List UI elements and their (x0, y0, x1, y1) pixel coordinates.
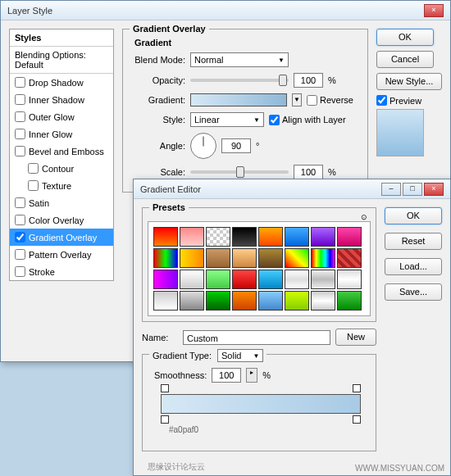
angle-value[interactable]: 90 (221, 138, 251, 153)
style-checkbox[interactable] (28, 163, 39, 174)
style-checkbox[interactable] (15, 249, 25, 260)
new-button[interactable]: New (335, 329, 376, 346)
smoothness-value[interactable]: 100 (212, 368, 241, 383)
maximize-icon[interactable]: □ (403, 183, 422, 196)
preset-swatch[interactable] (258, 270, 283, 289)
gradient-type-fieldset: Gradient Type: Solid▼ Smoothness: 100 ▸ … (142, 354, 376, 451)
close-icon[interactable]: × (424, 4, 444, 17)
style-item[interactable]: Texture (10, 177, 113, 194)
blending-options[interactable]: Blending Options: Default (10, 47, 113, 74)
preset-swatch[interactable] (180, 248, 204, 268)
gradient-swatch[interactable] (190, 93, 287, 107)
style-checkbox[interactable] (15, 197, 25, 208)
style-checkbox[interactable] (15, 146, 25, 156)
style-checkbox[interactable] (15, 77, 25, 88)
preset-swatch[interactable] (180, 227, 204, 247)
style-item[interactable]: Stroke (10, 263, 113, 280)
preset-swatch[interactable] (285, 291, 309, 311)
preset-swatch[interactable] (153, 248, 178, 268)
preset-swatch[interactable] (285, 270, 309, 289)
style-item[interactable]: Bevel and Emboss (10, 143, 113, 160)
preset-swatch[interactable] (285, 248, 309, 268)
preset-swatch[interactable] (206, 248, 230, 268)
style-checkbox[interactable] (15, 94, 25, 105)
preset-swatch[interactable] (337, 291, 362, 311)
style-item[interactable]: Gradient Overlay (10, 229, 113, 246)
angle-wheel[interactable] (190, 133, 216, 159)
preset-swatch[interactable] (337, 248, 362, 268)
preset-swatch[interactable] (232, 291, 257, 311)
preset-swatch[interactable] (311, 248, 335, 268)
new-style-button[interactable]: New Style... (376, 73, 442, 90)
style-item[interactable]: Drop Shadow (10, 74, 113, 91)
preset-swatch[interactable] (311, 270, 335, 289)
angle-label: Angle: (134, 141, 185, 151)
preset-swatch[interactable] (311, 227, 335, 247)
preset-swatch[interactable] (285, 227, 309, 247)
style-dropdown[interactable]: Linear▼ (190, 112, 264, 127)
style-item[interactable]: Contour (10, 160, 113, 177)
color-stop[interactable] (353, 415, 361, 424)
preset-swatch[interactable] (232, 270, 257, 289)
blend-mode-dropdown[interactable]: Normal▼ (190, 52, 289, 67)
smoothness-spinner[interactable]: ▸ (246, 368, 257, 383)
gradient-overlay-fieldset: Gradient Overlay Gradient Blend Mode: No… (122, 29, 368, 193)
gradient-dropdown-icon[interactable]: ▼ (292, 93, 302, 107)
style-checkbox[interactable] (15, 215, 25, 225)
load-button[interactable]: Load... (385, 258, 442, 275)
align-checkbox[interactable]: Align with Layer (269, 115, 346, 125)
style-item[interactable]: Inner Glow (10, 125, 113, 143)
preset-swatch[interactable] (311, 291, 335, 311)
preset-swatch[interactable] (180, 291, 204, 311)
preset-swatch[interactable] (232, 248, 257, 268)
opacity-value[interactable]: 100 (294, 73, 323, 88)
preset-swatch[interactable] (153, 270, 178, 289)
opacity-stop[interactable] (353, 384, 361, 392)
style-checkbox[interactable] (15, 111, 25, 122)
styles-panel: Styles Blending Options: Default Drop Sh… (9, 29, 114, 281)
preset-swatch[interactable] (180, 270, 204, 289)
style-checkbox[interactable] (28, 180, 39, 191)
ok-button[interactable]: OK (385, 207, 442, 224)
preset-swatch[interactable] (153, 227, 178, 247)
reverse-checkbox[interactable]: Reverse (307, 95, 353, 106)
scale-slider[interactable] (190, 170, 289, 174)
gradient-bar[interactable] (161, 394, 361, 414)
editor-body: Presets ⊙ Name: Custom New Gradient Type… (134, 199, 450, 466)
opacity-stop[interactable] (161, 384, 169, 392)
minimize-icon[interactable]: – (381, 183, 401, 196)
preset-swatch[interactable] (258, 248, 283, 268)
scale-value[interactable]: 100 (294, 165, 323, 179)
preset-swatch[interactable] (258, 227, 283, 247)
style-item[interactable]: Inner Shadow (10, 91, 113, 108)
style-checkbox[interactable] (15, 232, 25, 243)
style-item[interactable]: Pattern Overlay (10, 246, 113, 263)
style-item[interactable]: Outer Glow (10, 108, 113, 125)
style-item[interactable]: Satin (10, 194, 113, 211)
save-button[interactable]: Save... (385, 283, 442, 301)
close-icon[interactable]: × (424, 183, 444, 196)
preset-swatch[interactable] (258, 291, 283, 311)
preset-swatch[interactable] (206, 270, 230, 289)
preset-swatch[interactable] (337, 227, 362, 247)
style-checkbox[interactable] (15, 129, 25, 139)
ok-button[interactable]: OK (376, 29, 434, 46)
preset-swatch[interactable] (206, 227, 230, 247)
name-input[interactable]: Custom (183, 330, 330, 345)
style-item[interactable]: Color Overlay (10, 211, 113, 229)
styles-heading[interactable]: Styles (10, 29, 113, 47)
preset-swatch[interactable] (153, 291, 178, 311)
opacity-slider[interactable] (190, 79, 289, 82)
preset-swatch[interactable] (206, 291, 230, 311)
color-stop[interactable] (161, 415, 169, 424)
presets-menu-icon[interactable]: ⊙ (361, 213, 367, 221)
cancel-button[interactable]: Cancel (376, 51, 434, 68)
type-dropdown[interactable]: Solid▼ (217, 349, 263, 362)
preset-swatch[interactable] (232, 227, 257, 247)
style-checkbox[interactable] (15, 266, 25, 277)
presets-fieldset: Presets ⊙ (142, 207, 376, 322)
preset-swatch[interactable] (337, 270, 362, 289)
reset-button[interactable]: Reset (385, 233, 442, 250)
chevron-down-icon: ▼ (278, 57, 285, 64)
preview-checkbox[interactable]: Preview (376, 95, 442, 106)
